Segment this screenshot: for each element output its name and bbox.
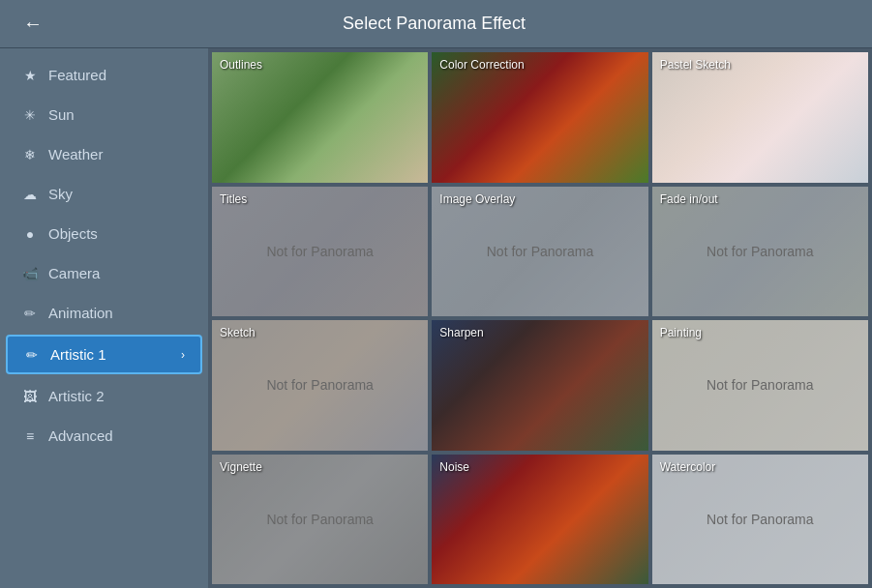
sidebar-item-objects[interactable]: ●Objects xyxy=(6,216,202,251)
camera-icon: 📹 xyxy=(21,266,39,281)
effect-cell-noise[interactable]: Noise xyxy=(432,455,647,585)
sidebar-item-artistic1[interactable]: ✏Artistic 1› xyxy=(6,335,202,374)
effect-cell-image-overlay[interactable]: Image OverlayNot for Panorama xyxy=(432,187,647,317)
cell-label-vignette: Vignette xyxy=(220,460,262,474)
not-panorama-text: Not for Panorama xyxy=(266,244,374,259)
artistic1-icon: ✏ xyxy=(23,347,41,363)
sidebar-item-sun[interactable]: ✳Sun xyxy=(6,97,202,132)
effect-cell-color-correction[interactable]: Color Correction xyxy=(432,52,647,183)
cell-background xyxy=(432,52,647,183)
main-content: ★Featured✳Sun❄Weather☁Sky●Objects📹Camera… xyxy=(0,48,872,588)
effect-cell-painting[interactable]: PaintingNot for Panorama xyxy=(652,320,868,451)
effect-cell-sketch[interactable]: SketchNot for Panorama xyxy=(212,320,428,451)
cell-label-fade-in-out: Fade in/out xyxy=(660,192,718,206)
featured-icon: ★ xyxy=(21,68,39,83)
cell-background xyxy=(432,320,647,451)
not-panorama-text: Not for Panorama xyxy=(266,377,374,393)
cell-label-watercolor: Watercolor xyxy=(660,460,716,474)
not-panorama-text: Not for Panorama xyxy=(266,512,374,527)
sidebar-label-objects: Objects xyxy=(48,225,98,242)
artistic2-icon: 🖼 xyxy=(21,389,39,404)
sidebar-item-camera[interactable]: 📹Camera xyxy=(6,255,202,291)
sidebar-item-artistic2[interactable]: 🖼Artistic 2 xyxy=(6,378,202,414)
header: ← Select Panorama Effect xyxy=(0,0,872,48)
cell-label-color-correction: Color Correction xyxy=(439,58,524,72)
effect-cell-fade-in-out[interactable]: Fade in/outNot for Panorama xyxy=(652,187,868,317)
sidebar-item-animation[interactable]: ✏Animation xyxy=(6,295,202,331)
advanced-icon: ≡ xyxy=(21,428,39,444)
back-button[interactable]: ← xyxy=(15,9,50,39)
cell-label-painting: Painting xyxy=(660,326,702,339)
sidebar-label-sky: Sky xyxy=(48,186,73,202)
effect-cell-watercolor[interactable]: WatercolorNot for Panorama xyxy=(652,455,868,585)
cell-label-pastel-sketch: Pastel Sketch xyxy=(660,58,731,72)
cell-label-image-overlay: Image Overlay xyxy=(439,192,515,206)
not-panorama-text: Not for Panorama xyxy=(487,244,594,259)
cell-label-titles: Titles xyxy=(220,192,247,206)
cell-background xyxy=(652,52,868,183)
effect-cell-outlines[interactable]: Outlines xyxy=(212,52,428,183)
cell-label-outlines: Outlines xyxy=(220,58,262,72)
sidebar-label-artistic1: Artistic 1 xyxy=(50,346,106,363)
sidebar: ★Featured✳Sun❄Weather☁Sky●Objects📹Camera… xyxy=(0,48,208,588)
sidebar-item-sky[interactable]: ☁Sky xyxy=(6,176,202,212)
sidebar-label-camera: Camera xyxy=(48,265,100,281)
page-title: Select Panorama Effect xyxy=(50,14,818,34)
not-panorama-text: Not for Panorama xyxy=(707,244,814,259)
cell-label-sketch: Sketch xyxy=(220,326,256,339)
effects-grid: OutlinesColor CorrectionPastel SketchTit… xyxy=(208,48,872,588)
cell-label-sharpen: Sharpen xyxy=(439,326,483,339)
weather-icon: ❄ xyxy=(21,147,39,162)
cell-background xyxy=(212,52,428,183)
animation-icon: ✏ xyxy=(21,306,39,321)
not-panorama-overlay: Not for Panorama xyxy=(652,320,868,451)
sidebar-item-weather[interactable]: ❄Weather xyxy=(6,136,202,172)
sidebar-label-sun: Sun xyxy=(48,106,75,123)
sidebar-label-advanced: Advanced xyxy=(48,427,113,444)
effect-cell-titles[interactable]: TitlesNot for Panorama xyxy=(212,187,428,317)
sidebar-label-weather: Weather xyxy=(48,146,103,162)
cell-label-noise: Noise xyxy=(439,460,469,474)
chevron-icon: › xyxy=(181,348,185,362)
sidebar-label-artistic2: Artistic 2 xyxy=(48,388,105,404)
objects-icon: ● xyxy=(21,226,39,242)
sidebar-item-advanced[interactable]: ≡Advanced xyxy=(6,418,202,454)
not-panorama-overlay: Not for Panorama xyxy=(212,320,428,451)
not-panorama-text: Not for Panorama xyxy=(707,512,814,527)
sun-icon: ✳ xyxy=(21,107,39,123)
sky-icon: ☁ xyxy=(21,187,39,202)
effect-cell-sharpen[interactable]: Sharpen xyxy=(432,320,647,451)
effect-cell-vignette[interactable]: VignetteNot for Panorama xyxy=(212,455,428,585)
sidebar-item-featured[interactable]: ★Featured xyxy=(6,57,202,93)
not-panorama-text: Not for Panorama xyxy=(707,377,814,393)
sidebar-label-featured: Featured xyxy=(48,67,106,83)
effect-cell-pastel-sketch[interactable]: Pastel Sketch xyxy=(652,52,868,183)
sidebar-label-animation: Animation xyxy=(48,305,113,321)
